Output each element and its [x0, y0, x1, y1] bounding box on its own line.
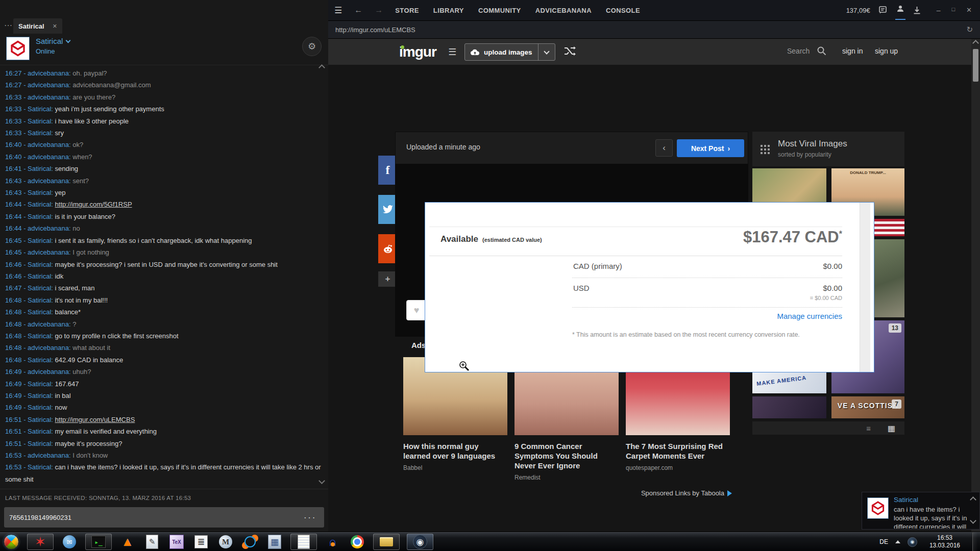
minimize-button[interactable]: –: [937, 6, 941, 14]
chat-tab-close-icon[interactable]: ✕: [53, 23, 57, 30]
thunderbird-icon[interactable]: [61, 534, 78, 550]
audacity-icon[interactable]: [324, 534, 341, 550]
calculator-icon[interactable]: [266, 534, 283, 550]
chat-message-list[interactable]: 16:27 - advicebanana: oh. paypal?16:27 -…: [5, 67, 322, 488]
upload-images-button[interactable]: upload images: [464, 43, 555, 61]
previous-post-button[interactable]: ‹: [655, 139, 673, 157]
windows-explorer-icon[interactable]: [373, 534, 400, 550]
page-scrollbar-thumb[interactable]: [973, 49, 978, 82]
tray-expand-icon[interactable]: [895, 540, 900, 543]
close-button[interactable]: ✕: [966, 6, 972, 14]
grid-view-icon[interactable]: ▦: [888, 423, 895, 433]
notifications-icon[interactable]: [879, 6, 888, 14]
wallet-balance[interactable]: 137,09€: [846, 7, 870, 14]
windows-start-button[interactable]: [1, 534, 21, 550]
message-text: no: [72, 224, 80, 232]
imgur-menu-icon[interactable]: ☰: [448, 46, 456, 58]
next-post-button[interactable]: Next Post ›: [677, 139, 744, 157]
viral-thumb-scottish[interactable]: VE A SCOTTISH7: [831, 396, 904, 418]
chat-message-link[interactable]: http://imgur.com/5Gf1RSP: [55, 201, 132, 208]
show-desktop-button[interactable]: [972, 532, 978, 551]
language-indicator[interactable]: DE: [879, 538, 888, 545]
taskbar-clock[interactable]: 16:53 13.03.2016: [924, 534, 965, 549]
refresh-icon[interactable]: ↻: [966, 25, 973, 34]
sign-up-link[interactable]: sign up: [875, 47, 898, 55]
texworks-icon[interactable]: [168, 534, 185, 550]
message-sender: 16:51 - Satirical:: [5, 416, 55, 423]
random-shuffle-icon[interactable]: [564, 45, 576, 59]
imgur-logo[interactable]: imgur: [399, 44, 436, 60]
back-icon[interactable]: ←: [354, 6, 362, 15]
chat-input-value[interactable]: 76561198149960231: [9, 514, 304, 521]
list-view-icon[interactable]: ≡: [866, 424, 871, 433]
notification-message[interactable]: can i have the items? i looked it up, sa…: [894, 505, 968, 529]
share-reddit-button[interactable]: [378, 234, 397, 263]
chat-settings-button[interactable]: ⚙: [302, 37, 322, 56]
message-text: i sent it as family, friends so i can't …: [55, 237, 252, 244]
ad-tile[interactable]: How this normal guy learned over 9 langu…: [403, 357, 507, 481]
ad-title[interactable]: The 7 Most Surprising Red Carpet Moments…: [626, 441, 730, 461]
chrome-icon[interactable]: [349, 534, 366, 550]
chat-tabs-menu-icon[interactable]: ⋯: [4, 20, 13, 30]
avatar: [867, 497, 889, 519]
steam-icon[interactable]: [407, 534, 433, 550]
notification-down-icon[interactable]: [970, 517, 976, 524]
friends-icon[interactable]: [896, 5, 904, 16]
steam-tray-icon[interactable]: ◉: [908, 537, 917, 547]
windows-orb-icon: [4, 534, 19, 549]
paypal-balance-screenshot[interactable]: Available(estimated CAD value) $167.47 C…: [425, 202, 874, 372]
chat-input[interactable]: 76561198149960231 ···: [4, 507, 324, 528]
message-text: what about it: [72, 344, 110, 352]
share-facebook-button[interactable]: f: [378, 156, 397, 185]
steam-nav-advicebanana[interactable]: ADVICEBANANA: [535, 7, 592, 14]
viral-thumb-trump-sign[interactable]: MAKE AMERICA: [752, 371, 826, 393]
kanji-ime-icon[interactable]: [192, 534, 210, 550]
blue-orange-node-app-icon[interactable]: [241, 534, 259, 550]
message-sender: 16:48 - advicebanana:: [5, 320, 72, 328]
sponsored-links[interactable]: Sponsored Links by Taboola: [641, 489, 732, 497]
manage-currencies-link[interactable]: Manage currencies: [777, 312, 842, 320]
maximize-button[interactable]: □: [951, 6, 955, 14]
share-more-button[interactable]: +: [378, 271, 397, 287]
console-window-icon[interactable]: [85, 534, 112, 550]
vlc-icon[interactable]: [119, 534, 136, 550]
sign-in-link[interactable]: sign in: [842, 47, 863, 55]
steam-nav-community[interactable]: COMMUNITY: [478, 7, 521, 14]
notification-up-icon[interactable]: [970, 496, 976, 503]
chat-tab[interactable]: Satirical ✕: [13, 18, 62, 34]
steam-nav-library[interactable]: LIBRARY: [433, 7, 464, 14]
chat-message-link[interactable]: http://imgur.com/uLEMCBS: [55, 416, 135, 423]
avatar[interactable]: [6, 37, 30, 60]
steam-menu-icon[interactable]: ☰: [334, 5, 342, 16]
chat-message: 16:44 - Satirical: http://imgur.com/5Gf1…: [5, 198, 322, 210]
sponsored-links-label[interactable]: Sponsored Links by Taboola: [641, 489, 724, 497]
forward-icon[interactable]: →: [375, 6, 383, 15]
search-label[interactable]: Search: [787, 47, 810, 55]
steam-nav-console[interactable]: CONSOLE: [606, 7, 640, 14]
message-sender: 16:45 - Satirical:: [5, 237, 55, 244]
taboola-icon: [727, 490, 732, 496]
friend-name[interactable]: Satirical: [36, 37, 70, 45]
mathematica-icon[interactable]: [217, 534, 234, 550]
chat-input-menu-icon[interactable]: ···: [304, 514, 317, 521]
chat-message: 16:53 - advicebanana: I don't know: [5, 449, 322, 461]
steam-chat-notification[interactable]: Satirical can i have the items? i looked…: [862, 492, 980, 530]
viral-thumb-dark-purple[interactable]: [752, 396, 826, 418]
page-scrollbar[interactable]: [971, 39, 980, 532]
favorite-button[interactable]: ♥: [406, 300, 427, 320]
url-bar[interactable]: http://imgur.com/uLEMCBS ↻: [328, 20, 980, 39]
notepad-icon[interactable]: [290, 534, 317, 550]
upload-dropdown-button[interactable]: [538, 44, 555, 60]
ad-title[interactable]: 9 Common Cancer Symptoms You Should Neve…: [514, 441, 619, 470]
text-editor-icon[interactable]: [143, 534, 161, 550]
url-text[interactable]: http://imgur.com/uLEMCBS: [335, 26, 966, 34]
ad-tile[interactable]: 9 Common Cancer Symptoms You Should Neve…: [514, 357, 619, 481]
notification-sender[interactable]: Satirical: [894, 496, 918, 504]
ad-title[interactable]: How this normal guy learned over 9 langu…: [403, 441, 507, 461]
search-icon[interactable]: [817, 46, 827, 58]
ad-tile[interactable]: The 7 Most Surprising Red Carpet Moments…: [626, 357, 730, 481]
downloads-icon[interactable]: [913, 6, 921, 14]
steam-nav-store[interactable]: STORE: [395, 7, 419, 14]
red-creature-app-icon[interactable]: [27, 534, 54, 550]
share-twitter-button[interactable]: [378, 195, 397, 224]
